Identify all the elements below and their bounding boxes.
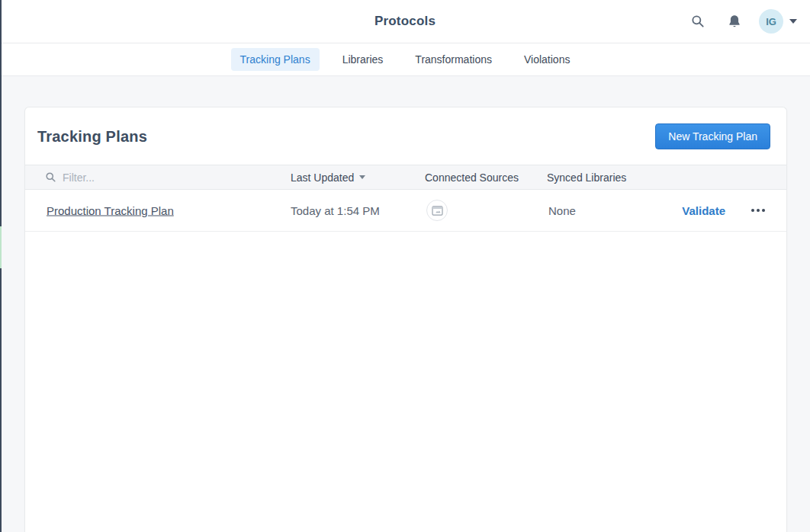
- top-bar: Protocols IG: [0, 0, 810, 43]
- connected-source-badge[interactable]: [426, 200, 448, 221]
- column-header-connected-sources: Connected Sources: [425, 171, 519, 184]
- panel-title: Tracking Plans: [37, 127, 147, 145]
- table-row: Production Tracking Plan Today at 1:54 P…: [25, 190, 786, 232]
- tab-bar: Tracking Plans Libraries Transformations…: [0, 43, 810, 76]
- ellipsis-icon[interactable]: [751, 205, 765, 216]
- column-label: Last Updated: [291, 171, 354, 184]
- bell-icon[interactable]: [727, 14, 742, 29]
- search-icon[interactable]: [690, 14, 706, 29]
- filter-field[interactable]: [45, 171, 215, 184]
- tab-libraries[interactable]: Libraries: [333, 48, 393, 71]
- new-tracking-plan-button[interactable]: New Tracking Plan: [655, 123, 770, 149]
- last-updated-value: Today at 1:54 PM: [291, 204, 380, 217]
- source-window-icon: [426, 200, 448, 221]
- tracking-plans-panel: Tracking Plans New Tracking Plan Last Up…: [24, 107, 787, 532]
- tracking-plan-link[interactable]: Production Tracking Plan: [47, 204, 174, 217]
- tab-violations[interactable]: Violations: [515, 48, 579, 71]
- panel-header: Tracking Plans New Tracking Plan: [25, 107, 786, 165]
- column-header-synced-libraries: Synced Libraries: [547, 171, 626, 184]
- tab-tracking-plans[interactable]: Tracking Plans: [231, 48, 320, 71]
- chevron-down-icon[interactable]: [789, 19, 797, 24]
- filter-input[interactable]: [63, 171, 215, 184]
- column-header-last-updated[interactable]: Last Updated: [291, 171, 365, 184]
- tab-transformations[interactable]: Transformations: [406, 48, 501, 71]
- table-header: Last Updated Connected Sources Synced Li…: [25, 165, 786, 190]
- page-title: Protocols: [0, 0, 810, 43]
- synced-libraries-value: None: [548, 204, 576, 217]
- sidebar-active-indicator: [0, 226, 2, 268]
- avatar[interactable]: IG: [759, 9, 783, 34]
- filter-search-icon: [45, 171, 56, 183]
- validate-button[interactable]: Validate: [682, 204, 725, 217]
- sort-caret-icon: [359, 175, 365, 179]
